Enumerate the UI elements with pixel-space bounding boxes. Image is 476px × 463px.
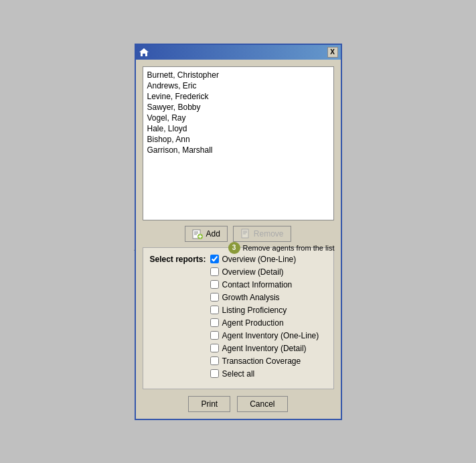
remove-label: Remove	[254, 229, 284, 239]
agent-list-item[interactable]: Levine, Frederick	[146, 91, 331, 102]
annotation-label-3: Remove agents from the list	[243, 244, 335, 252]
annotation-3: 3 Remove agents from the list	[228, 242, 335, 254]
svg-rect-2	[143, 54, 144, 56]
report-label-overview_oneline: Overview (One-Line)	[222, 255, 297, 264]
app-icon	[139, 47, 149, 58]
agent-list-item[interactable]: Burnett, Christopher	[146, 70, 331, 80]
dialog: X Burnett, ChristopherAndrews, EricLevin…	[135, 44, 342, 420]
report-option-row: Transaction Coverage	[210, 356, 327, 366]
remove-button[interactable]: Remove	[233, 226, 291, 242]
report-label-contact_info: Contact Information	[222, 280, 293, 289]
report-option-row: Select all	[210, 369, 327, 379]
cancel-button[interactable]: Cancel	[237, 396, 287, 412]
report-checkbox-agent_inventory_detail[interactable]	[210, 344, 219, 352]
agent-list-item[interactable]: Hale, Lloyd	[146, 123, 331, 134]
add-icon	[192, 228, 203, 239]
reports-title: Select reports:	[150, 255, 206, 264]
report-label-growth_analysis: Growth Analysis	[222, 293, 280, 302]
add-label: Add	[206, 229, 220, 239]
agent-list-item[interactable]: Garrison, Marshall	[146, 145, 331, 155]
report-checkbox-transaction_coverage[interactable]	[210, 356, 219, 365]
report-checkbox-listing_proficiency[interactable]	[210, 306, 219, 314]
report-option-row: Growth Analysis	[210, 293, 327, 302]
report-option-row: Agent Inventory (One-Line)	[210, 331, 327, 340]
report-option-row: Overview (Detail)	[210, 267, 327, 277]
report-option-row: Listing Proficiency	[210, 306, 327, 315]
report-label-agent_inventory_oneline: Agent Inventory (One-Line)	[222, 331, 319, 340]
report-label-transaction_coverage: Transaction Coverage	[222, 356, 301, 366]
report-label-agent_inventory_detail: Agent Inventory (Detail)	[222, 344, 307, 353]
action-buttons: Print Cancel	[143, 396, 334, 412]
agent-list-item[interactable]: Sawyer, Bobby	[146, 102, 331, 113]
report-option-row: Agent Production	[210, 318, 327, 328]
report-checkbox-agent_inventory_oneline[interactable]	[210, 331, 219, 340]
reports-section: Select reports: Overview (One-Line)Overv…	[143, 247, 334, 389]
close-button[interactable]: X	[327, 47, 338, 58]
report-label-overview_detail: Overview (Detail)	[222, 267, 284, 277]
report-checkbox-overview_detail[interactable]	[210, 267, 219, 276]
title-bar: X	[136, 45, 341, 60]
remove-icon	[240, 228, 251, 239]
checkboxes-container: Overview (One-Line)Overview (Detail)Cont…	[210, 255, 327, 382]
svg-rect-3	[144, 54, 145, 56]
agent-list-box[interactable]: Burnett, ChristopherAndrews, EricLevine,…	[143, 66, 334, 220]
report-checkbox-growth_analysis[interactable]	[210, 293, 219, 302]
report-option-row: Contact Information	[210, 280, 327, 289]
report-checkbox-select_all[interactable]	[210, 369, 219, 378]
report-checkbox-agent_production[interactable]	[210, 318, 219, 327]
agent-list-item[interactable]: Bishop, Ann	[146, 134, 331, 145]
report-label-listing_proficiency: Listing Proficiency	[222, 306, 287, 315]
add-button[interactable]: Add	[185, 226, 227, 242]
dialog-body: Burnett, ChristopherAndrews, EricLevine,…	[136, 60, 341, 419]
agent-list-item[interactable]: Vogel, Ray	[146, 113, 331, 123]
annotation-bubble-3: 3	[228, 242, 240, 254]
report-option-row: Overview (One-Line)	[210, 255, 327, 264]
report-label-select_all: Select all	[222, 369, 255, 379]
report-checkbox-overview_oneline[interactable]	[210, 255, 219, 263]
report-checkbox-contact_info[interactable]	[210, 280, 219, 289]
add-remove-row: Add Remove	[143, 226, 334, 242]
agent-list-item[interactable]: Andrews, Eric	[146, 80, 331, 91]
report-option-row: Agent Inventory (Detail)	[210, 344, 327, 353]
svg-marker-1	[139, 48, 149, 52]
print-button[interactable]: Print	[188, 396, 230, 412]
report-label-agent_production: Agent Production	[222, 318, 284, 328]
